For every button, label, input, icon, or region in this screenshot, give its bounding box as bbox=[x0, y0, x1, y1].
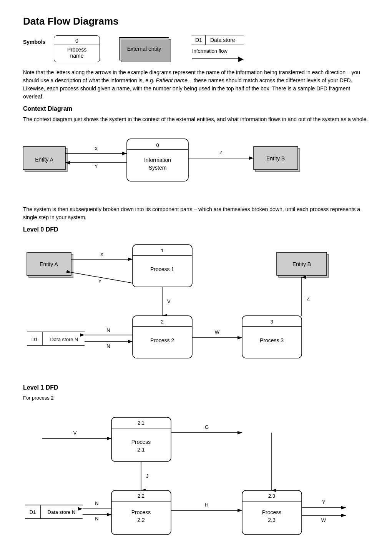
svg-text:Process 1: Process 1 bbox=[150, 266, 174, 272]
process-symbol: 0 Processname bbox=[54, 35, 100, 62]
page-title: Data Flow Diagrams bbox=[23, 15, 369, 27]
level1-diagram: V 2.1 Process 2.1 G J 2.2 Process 2.2 2.… bbox=[23, 410, 369, 555]
svg-text:X: X bbox=[100, 252, 104, 257]
entity-symbol-label: External entity bbox=[127, 46, 161, 52]
svg-text:1: 1 bbox=[161, 248, 163, 253]
svg-text:N: N bbox=[106, 343, 110, 349]
svg-text:2.3: 2.3 bbox=[268, 517, 276, 523]
symbols-section: Symbols 0 Processname External entity D1… bbox=[23, 35, 369, 62]
svg-text:Y: Y bbox=[322, 499, 326, 505]
svg-text:V: V bbox=[73, 430, 77, 436]
level1-title: Level 1 DFD bbox=[23, 384, 369, 391]
entity-symbol: External entity bbox=[119, 37, 169, 60]
svg-text:System: System bbox=[149, 165, 167, 171]
svg-text:W: W bbox=[215, 329, 220, 335]
level1-subtitle: For process 2 bbox=[23, 394, 369, 402]
svg-text:N: N bbox=[106, 327, 110, 333]
process-symbol-name: Processname bbox=[64, 45, 90, 60]
level0-svg: Entity A X Y 1 Process 1 Entity B V 2 Pr… bbox=[23, 241, 361, 372]
level0-title: Level 0 DFD bbox=[23, 226, 369, 233]
symbols-content: 0 Processname External entity D1 Data st… bbox=[54, 35, 244, 62]
process-symbol-num: 0 bbox=[54, 37, 100, 45]
svg-text:V: V bbox=[167, 298, 171, 304]
context-svg: Entity A X Y 0 Information System Z Enti… bbox=[23, 131, 354, 193]
svg-text:Entity B: Entity B bbox=[292, 261, 311, 267]
svg-text:Process: Process bbox=[131, 438, 151, 445]
svg-text:2.1: 2.1 bbox=[138, 420, 145, 426]
svg-text:H: H bbox=[205, 502, 208, 508]
svg-text:Process 3: Process 3 bbox=[260, 337, 284, 343]
svg-text:Process 2: Process 2 bbox=[150, 337, 174, 343]
svg-text:Process: Process bbox=[262, 509, 282, 515]
svg-text:G: G bbox=[205, 424, 209, 430]
svg-text:Z: Z bbox=[307, 296, 310, 302]
svg-text:Process: Process bbox=[131, 509, 151, 515]
svg-text:Y: Y bbox=[95, 163, 98, 169]
svg-text:Entity A: Entity A bbox=[40, 261, 58, 267]
svg-text:Data store N: Data store N bbox=[50, 337, 78, 342]
svg-text:0: 0 bbox=[156, 142, 159, 148]
infoflow-symbol: Information flow ▶ bbox=[192, 48, 244, 62]
context-description: The context diagram just shows the syste… bbox=[23, 115, 369, 123]
level0-diagram: Entity A X Y 1 Process 1 Entity B V 2 Pr… bbox=[23, 241, 369, 373]
svg-text:2.2: 2.2 bbox=[138, 493, 145, 499]
svg-text:N: N bbox=[95, 500, 98, 506]
svg-text:2.3: 2.3 bbox=[268, 493, 275, 499]
note-text: Note that the letters along the arrows i… bbox=[23, 68, 369, 101]
svg-text:Data store N: Data store N bbox=[48, 509, 76, 515]
svg-text:N: N bbox=[95, 516, 98, 522]
datastore-symbol-id: D1 bbox=[192, 35, 206, 45]
svg-text:Y: Y bbox=[98, 278, 102, 284]
context-title: Context Diagram bbox=[23, 105, 369, 112]
context-diagram: Entity A X Y 0 Information System Z Enti… bbox=[23, 131, 369, 194]
svg-text:D1: D1 bbox=[30, 509, 36, 515]
svg-text:D1: D1 bbox=[32, 337, 38, 342]
svg-text:Entity B: Entity B bbox=[266, 155, 285, 162]
infoflow-label: Information flow bbox=[192, 48, 228, 54]
svg-text:Z: Z bbox=[219, 150, 223, 155]
svg-text:Information: Information bbox=[144, 157, 171, 163]
level1-svg: V 2.1 Process 2.1 G J 2.2 Process 2.2 2.… bbox=[23, 410, 361, 555]
svg-line-30 bbox=[71, 272, 133, 283]
svg-text:W: W bbox=[321, 517, 326, 523]
entity-symbol-wrapper: External entity bbox=[119, 37, 169, 60]
svg-text:2: 2 bbox=[161, 319, 163, 325]
datastore-and-infoflow: D1 Data store Information flow ▶ bbox=[192, 35, 244, 62]
svg-text:3: 3 bbox=[270, 319, 273, 325]
datastore-symbol: D1 Data store bbox=[192, 35, 244, 45]
datastore-symbol-name: Data store bbox=[206, 35, 240, 45]
svg-text:2.1: 2.1 bbox=[137, 446, 145, 452]
svg-text:X: X bbox=[95, 146, 98, 152]
svg-text:J: J bbox=[146, 473, 149, 479]
svg-text:2.2: 2.2 bbox=[137, 517, 145, 523]
svg-text:Entity A: Entity A bbox=[35, 157, 53, 163]
level0-description: The system is then subsequently broken d… bbox=[23, 205, 369, 222]
symbols-label: Symbols bbox=[23, 35, 54, 45]
